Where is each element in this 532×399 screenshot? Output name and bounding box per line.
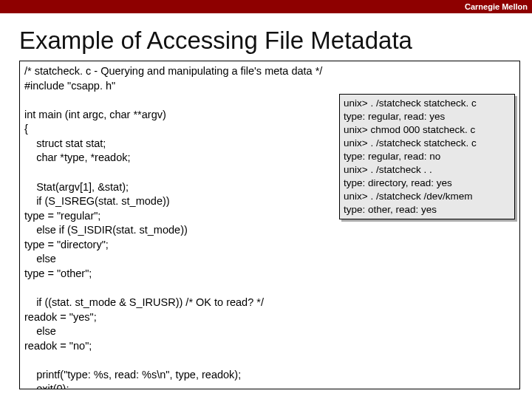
- slide-title: Example of Accessing File Metadata: [19, 27, 532, 55]
- code-box: /* statcheck. c - Querying and manipulat…: [19, 61, 520, 389]
- content-area: /* statcheck. c - Querying and manipulat…: [19, 61, 522, 389]
- terminal-output-box: unix> . /statcheck statcheck. c type: re…: [339, 94, 515, 219]
- brand-label: Carnegie Mellon: [465, 2, 528, 11]
- header-bar: Carnegie Mellon: [0, 0, 532, 13]
- terminal-output: unix> . /statcheck statcheck. c type: re…: [344, 97, 511, 216]
